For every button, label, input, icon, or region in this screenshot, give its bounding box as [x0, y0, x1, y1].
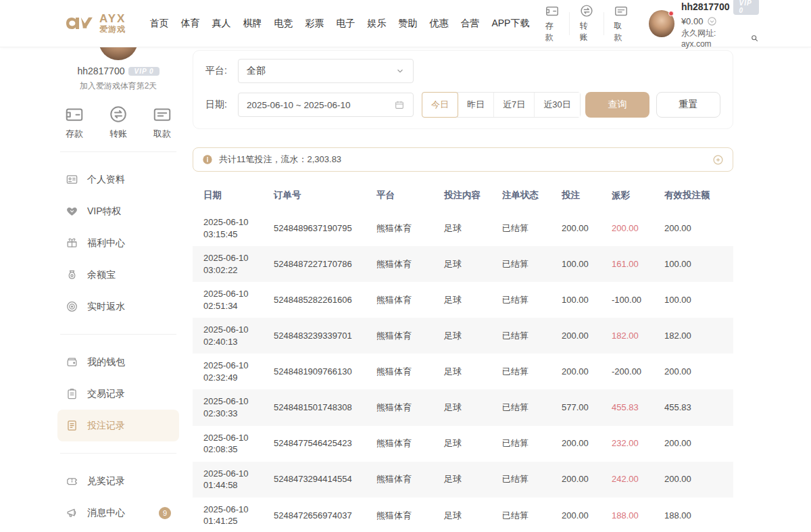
- search-icon[interactable]: [750, 34, 759, 43]
- nav-item[interactable]: 赞助: [392, 14, 423, 34]
- range-button[interactable]: 近30日: [534, 93, 579, 117]
- sidebar-item[interactable]: 意见反馈: [57, 529, 179, 532]
- cell-payout: 182.00: [606, 318, 659, 354]
- nav-item[interactable]: APP下载: [485, 14, 535, 34]
- date-label: 日期:: [205, 99, 238, 111]
- column-header: 派彩: [606, 180, 659, 210]
- user-info: hh2817700 VIP 0 ¥0.00 永久网址: ayx.com: [681, 0, 759, 49]
- summary-text: 共计11笔投注，流水：2,303.83: [219, 153, 341, 166]
- cell-status: 已结算: [497, 354, 556, 389]
- sidebar-item[interactable]: VIP特权: [57, 195, 179, 227]
- nav-item[interactable]: 棋牌: [237, 14, 268, 34]
- sidebar-action-deposit[interactable]: 存款: [64, 104, 84, 140]
- message-icon: [66, 506, 78, 519]
- range-button[interactable]: 近7日: [493, 93, 534, 117]
- range-button[interactable]: 昨日: [458, 93, 493, 117]
- nav-item[interactable]: 合营: [454, 14, 485, 34]
- table-row: 2025-06-1002:51:345248485282261606熊猫体育足球…: [193, 282, 733, 318]
- quick-action-withdraw[interactable]: 取款: [604, 3, 638, 43]
- cell-payout: -200.00: [606, 354, 659, 389]
- withdraw-icon: [152, 104, 172, 124]
- cell-content: 足球: [439, 389, 497, 425]
- platform-select[interactable]: 全部: [238, 59, 414, 83]
- sidebar-action-withdraw[interactable]: 取款: [152, 104, 172, 140]
- sidebar-menu-group: 个人资料VIP特权福利中心余额宝实时返水: [57, 164, 179, 322]
- expand-plus-icon[interactable]: [712, 154, 724, 166]
- sidebar-item[interactable]: 余额宝: [57, 259, 179, 291]
- sidebar-item[interactable]: 兑奖记录: [57, 465, 179, 497]
- main-content: 平台: 全部 日期: 2025-06-10 ~ 2025-06-10 今日昨日近…: [193, 47, 733, 532]
- cell-valid: 200.00: [659, 210, 733, 246]
- nav-item[interactable]: 彩票: [299, 14, 330, 34]
- bets-icon: [66, 419, 78, 432]
- quick-action-deposit[interactable]: 存款: [535, 3, 569, 43]
- nav-item[interactable]: 体育: [174, 14, 205, 34]
- platform-label: 平台:: [205, 65, 238, 77]
- cell-platform: 熊猫体育: [371, 318, 439, 354]
- sidebar-item[interactable]: 我的钱包: [57, 346, 179, 378]
- nav-item[interactable]: 娱乐: [361, 14, 392, 34]
- cell-date: 2025-06-1002:08:35: [193, 426, 268, 462]
- user-avatar[interactable]: [649, 10, 674, 37]
- divider: [60, 453, 176, 454]
- cell-valid: 100.00: [659, 282, 733, 318]
- brand-logo[interactable]: AYX 爱游戏: [64, 13, 126, 33]
- cell-bet: 200.00: [556, 354, 606, 389]
- cell-status: 已结算: [497, 389, 556, 425]
- welfare-icon: [66, 237, 78, 249]
- sidebar-item[interactable]: 实时返水: [57, 291, 179, 322]
- cell-bet: 200.00: [556, 318, 606, 354]
- date-range-input[interactable]: 2025-06-10 ~ 2025-06-10: [238, 93, 414, 117]
- sidebar-menu-group: 兑奖记录消息中心9意见反馈: [57, 465, 179, 532]
- cell-status: 已结算: [497, 318, 556, 354]
- nav-item[interactable]: 电子: [330, 14, 361, 34]
- logo-mark-icon: [64, 14, 94, 34]
- column-header: 日期: [193, 180, 268, 210]
- cell-content: 足球: [439, 282, 497, 318]
- column-header: 平台: [371, 180, 439, 210]
- reset-button[interactable]: 重置: [656, 92, 720, 118]
- search-button[interactable]: 查询: [585, 92, 649, 118]
- balance-refresh-icon[interactable]: [707, 16, 717, 26]
- cell-order: 5248489637190795: [268, 210, 371, 246]
- range-button[interactable]: 今日: [422, 92, 458, 118]
- cell-order: 5248472656974037: [268, 498, 371, 532]
- sidebar-menu: 个人资料VIP特权福利中心余额宝实时返水我的钱包交易记录投注记录兑奖记录消息中心…: [57, 151, 179, 532]
- cell-platform: 熊猫体育: [371, 389, 439, 425]
- table-row: 2025-06-1002:32:495248481909766130熊猫体育足球…: [193, 354, 733, 389]
- cell-order: 5248477546425423: [268, 426, 371, 462]
- cell-content: 足球: [439, 246, 497, 282]
- cell-payout: 188.00: [606, 498, 659, 532]
- cell-order: 5248483239339701: [268, 318, 371, 354]
- sidebar-item[interactable]: 消息中心9: [57, 497, 179, 529]
- wallet-icon: [66, 356, 78, 368]
- quick-action-transfer[interactable]: 转账: [570, 3, 604, 43]
- nav-item[interactable]: 首页: [143, 14, 174, 34]
- chevron-down-icon: [395, 66, 405, 76]
- sidebar-username: hh2817700: [77, 66, 124, 76]
- sidebar-item[interactable]: 投注记录: [57, 410, 179, 441]
- username: hh2817700: [681, 1, 730, 12]
- sidebar-avatar[interactable]: [99, 47, 138, 60]
- nav-item[interactable]: 优惠: [423, 14, 454, 34]
- cell-bet: 200.00: [556, 426, 606, 462]
- sidebar-item[interactable]: 个人资料: [57, 164, 179, 195]
- cell-bet: 200.00: [556, 210, 606, 246]
- sidebar-action-transfer[interactable]: 转账: [108, 104, 128, 140]
- cell-content: 足球: [439, 210, 497, 246]
- nav-item[interactable]: 电竞: [268, 14, 299, 34]
- sidebar-menu-group: 我的钱包交易记录投注记录: [57, 346, 179, 441]
- cell-valid: 188.00: [659, 498, 733, 532]
- cell-order: 5248473294414554: [268, 462, 371, 498]
- cell-status: 已结算: [497, 498, 556, 532]
- cell-date: 2025-06-1003:15:45: [193, 210, 268, 246]
- cell-payout: 455.83: [606, 389, 659, 425]
- cell-valid: 200.00: [659, 354, 733, 389]
- sidebar-item[interactable]: 交易记录: [57, 378, 179, 410]
- table-header: 日期订单号平台投注内容注单状态投注派彩有效投注额: [193, 180, 733, 210]
- deposit-icon: [64, 104, 84, 124]
- cell-content: 足球: [439, 426, 497, 462]
- column-header: 有效投注额: [659, 180, 733, 210]
- nav-item[interactable]: 真人: [205, 14, 237, 34]
- sidebar-item[interactable]: 福利中心: [57, 227, 179, 259]
